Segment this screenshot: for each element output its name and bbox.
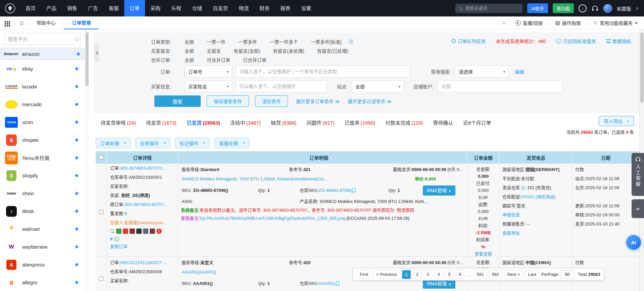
page-6-button[interactable]: 6 xyxy=(456,270,464,279)
copy-icon[interactable] xyxy=(335,281,339,285)
warehouse-sku-link[interactable]: ZG-48MO-670W xyxy=(318,188,351,193)
tab-to-ship[interactable]: 待发货(1673) xyxy=(146,119,177,126)
label-service-flag[interactable]: 已启用标发服务 xyxy=(556,38,596,44)
nav-products[interactable]: 产品 xyxy=(41,0,62,16)
sidebar-scrollbar[interactable] xyxy=(85,30,89,291)
order-type-single-multi[interactable]: 一票一件多个 xyxy=(270,38,298,45)
tab-pending-review[interactable]: 待发货审核(24) xyxy=(101,119,136,126)
package-icon[interactable] xyxy=(150,228,155,234)
order-no-link[interactable]: 303-3974603-657070... xyxy=(120,166,165,171)
warehouse-delivery-link[interactable]: HY001 [海邑海运] xyxy=(521,194,556,199)
mark-ops-dropdown[interactable]: 标记操作 xyxy=(175,138,210,148)
truck-icon[interactable] xyxy=(143,228,148,234)
nav-home[interactable]: 首页 xyxy=(20,0,41,16)
finance-icon[interactable] xyxy=(116,228,121,234)
app-logo[interactable] xyxy=(0,3,20,14)
tag-icon[interactable] xyxy=(123,228,128,234)
nav-settings[interactable]: 设置 xyxy=(296,0,316,16)
tab-order-management[interactable]: 订单管理 xyxy=(64,16,99,29)
row-checkbox[interactable] xyxy=(99,261,103,291)
ai-floating-button[interactable]: AI xyxy=(626,235,641,250)
nav-ads[interactable]: 广告 xyxy=(83,0,103,16)
order-type-single[interactable]: 一票一件 xyxy=(207,38,226,45)
page-591-button[interactable]: 591 xyxy=(474,270,487,279)
business-ops-dropdown[interactable]: 业务操作 xyxy=(135,138,170,148)
order-type-all[interactable]: 全部 xyxy=(185,38,194,45)
favorite-star-icon[interactable] xyxy=(74,154,79,161)
order-type-multi[interactable]: 一票多件 xyxy=(238,38,257,45)
import-export-button[interactable]: 导入导出 xyxy=(599,116,634,126)
tab-out-of-stock[interactable]: 缺货(5388) xyxy=(271,119,296,126)
collapse-panel-button[interactable]: » xyxy=(632,199,644,218)
search-icon[interactable] xyxy=(110,229,114,233)
buyer-info-input[interactable] xyxy=(236,80,327,92)
site-select[interactable]: 全部 xyxy=(352,80,404,92)
guide-button[interactable]: 操作指南 xyxy=(549,16,587,29)
tab-shipped[interactable]: 已发货(29563) xyxy=(187,119,220,126)
store-account-input[interactable] xyxy=(438,80,562,92)
book-icon[interactable] xyxy=(130,228,135,234)
more-filter-conditions-link[interactable]: 展开更多过滤条件 ≫ xyxy=(348,98,392,105)
main-scrollbar-thumb[interactable] xyxy=(640,32,644,103)
merge-done[interactable]: 已合并订单 xyxy=(243,56,266,63)
tab-help-center[interactable]: 帮助中心 xyxy=(29,16,64,29)
chevron-down-icon[interactable] xyxy=(636,6,639,11)
unsynced-stat[interactable]: 未生成系统单统计：480 xyxy=(496,38,546,44)
sidebar-item-walmart[interactable]: * walmart xyxy=(0,220,85,238)
data-metrics-link[interactable]: 数据指标 xyxy=(606,38,631,44)
edit-quick-search-link[interactable]: 编辑 xyxy=(515,68,524,75)
buyer-msg-processed[interactable]: 有留言(已处理) xyxy=(317,47,348,54)
order-type-multi-std[interactable]: 一票多件[标准] xyxy=(311,38,342,45)
nav-service[interactable]: 客服 xyxy=(103,0,124,16)
page-592-button[interactable]: 592 xyxy=(489,270,502,279)
user-avatar[interactable] xyxy=(603,4,612,13)
search-button[interactable]: 搜索 xyxy=(154,95,201,107)
favorite-star-icon[interactable] xyxy=(76,50,81,57)
sidebar-item-shein[interactable]: SHEIN shein xyxy=(0,184,85,202)
favorite-star-icon[interactable] xyxy=(74,65,79,72)
quick-search-select[interactable]: 请选择 xyxy=(455,66,509,78)
view-address-link[interactable]: 查看地址 xyxy=(502,231,520,236)
favorite-star-icon[interactable] xyxy=(74,136,79,143)
page-3-button[interactable]: 3 xyxy=(424,270,432,279)
sidebar-item-amazon[interactable]: Amazon amazon xyxy=(0,48,85,60)
nav-finance[interactable]: 财务 xyxy=(254,0,275,16)
tab-awaiting-confirm[interactable]: 等待确认 xyxy=(433,119,453,126)
row-checkbox[interactable] xyxy=(99,168,103,256)
sidebar-item-ozon[interactable]: OZON ozon xyxy=(0,113,85,131)
nav-purchase[interactable]: 采购 xyxy=(145,0,166,16)
per-page-input[interactable] xyxy=(560,270,574,279)
page-4-button[interactable]: 4 xyxy=(434,270,443,279)
order-no-select[interactable]: 订单号 xyxy=(185,66,232,78)
order-no-input[interactable] xyxy=(236,66,410,78)
sidebar-scrollbar-thumb[interactable] xyxy=(86,32,89,86)
home-button[interactable] xyxy=(15,16,29,29)
buyer-name-select[interactable]: 买家姓名 xyxy=(185,80,232,92)
warehouse-sku-link[interactable]: AAA001 xyxy=(318,281,335,286)
sidebar-collapse-handle[interactable] xyxy=(94,44,99,63)
page-2-button[interactable]: 2 xyxy=(413,270,422,279)
copy-icon[interactable] xyxy=(115,237,118,241)
collapse-chevron-icon[interactable] xyxy=(499,20,509,26)
help-icon[interactable]: ? xyxy=(521,185,526,191)
page-5-button[interactable]: 5 xyxy=(445,270,454,279)
buyer-msg-has-all[interactable]: 有留言(全部) xyxy=(234,47,260,54)
nav-orders[interactable]: 订单 xyxy=(124,0,145,16)
download-icon[interactable] xyxy=(579,4,587,12)
camera-icon[interactable] xyxy=(136,228,142,234)
merge-can[interactable]: 可合并订单 xyxy=(207,56,230,63)
sidebar-item-tiktok[interactable]: ♪ tiktok xyxy=(0,202,85,220)
page-next-button[interactable]: Next > xyxy=(504,270,523,279)
help-icon[interactable]: ? xyxy=(348,39,354,44)
more-order-conditions-link[interactable]: 展开更多订单条件 ≫ xyxy=(296,98,340,105)
cs-process-dropdown[interactable]: 客服处理 xyxy=(214,138,249,148)
global-search-input[interactable] xyxy=(465,6,516,11)
tab-unpaid[interactable]: 付款未完成(110) xyxy=(385,119,423,126)
sidebar-item-wayfairnew[interactable]: W wayfairnew xyxy=(0,238,85,256)
page-prev-button[interactable]: < Previous xyxy=(373,270,400,279)
buyer-msg-all[interactable]: 全部 xyxy=(185,47,194,54)
favorite-star-icon[interactable] xyxy=(74,279,79,286)
tab-frozen[interactable]: 冻结中(3487) xyxy=(230,119,261,126)
order-process-dropdown[interactable]: 订单处理 xyxy=(96,138,131,148)
page-first-button[interactable]: First xyxy=(357,270,371,279)
